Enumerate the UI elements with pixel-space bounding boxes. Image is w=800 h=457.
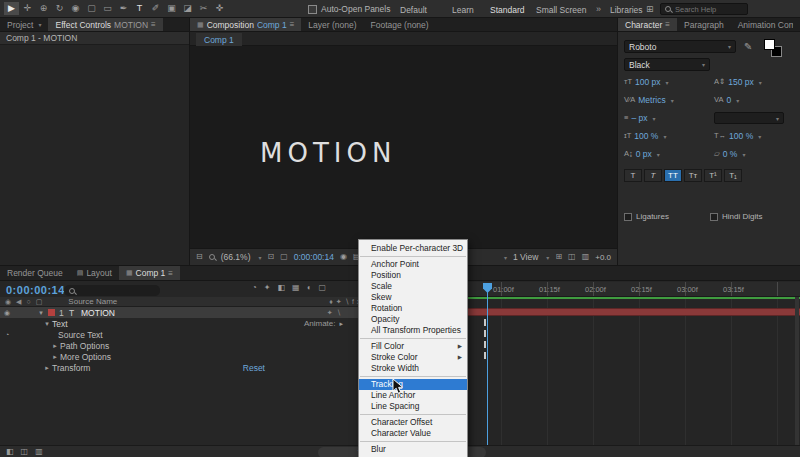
workspace-default[interactable]: Default <box>400 5 427 15</box>
horizontal-scale-control[interactable]: T↔ 100 % ▾ <box>714 131 761 141</box>
frame-blending-icon[interactable]: ▦ <box>292 284 300 292</box>
tab-composition[interactable]: ▦ Composition Comp 1 ≡ <box>190 18 301 31</box>
menu-item-line-anchor[interactable]: Line Anchor <box>359 390 467 401</box>
chevron-down-icon[interactable]: ▾ <box>671 97 674 104</box>
stroke-width-value[interactable]: – px <box>631 113 647 123</box>
playhead-line[interactable] <box>487 283 488 445</box>
leading-control[interactable]: A⇕ 150 px ▾ <box>714 77 762 87</box>
baseline-shift-value[interactable]: 0 px <box>636 149 652 159</box>
zoom-out-mini-icon[interactable]: ◫ <box>21 448 29 456</box>
timeline-search-input[interactable] <box>79 286 149 295</box>
kerning-control[interactable]: V⁄A Metrics ▾ <box>624 95 674 105</box>
transform-reset-button[interactable]: Reset <box>243 363 265 373</box>
puppet-pin-tool-icon[interactable]: ✜ <box>212 4 227 13</box>
layer-name[interactable]: MOTION <box>81 308 115 318</box>
menu-item-opacity[interactable]: Opacity <box>359 314 467 325</box>
graph-editor-icon[interactable]: ▢ <box>319 284 327 292</box>
brush-tool-icon[interactable]: ✐ <box>148 4 163 13</box>
workspace-standard[interactable]: Standard <box>490 5 525 15</box>
view-layout-select[interactable]: 1 View <box>513 252 538 262</box>
comp-viewer-canvas[interactable]: MOTION <box>190 46 617 248</box>
chevron-down-icon[interactable]: ▾ <box>546 254 549 261</box>
chevron-down-icon[interactable]: ▾ <box>742 151 745 158</box>
keyframe-grid-area[interactable] <box>455 297 800 445</box>
source-text-label[interactable]: Source Text <box>58 330 103 340</box>
layer-duration-bar[interactable] <box>455 308 800 316</box>
baseline-shift-control[interactable]: A↨ 0 px ▾ <box>624 149 660 159</box>
zoom-level[interactable]: (66.1%) <box>221 252 251 262</box>
chevron-down-icon[interactable]: ▾ <box>657 151 660 158</box>
tab-project[interactable]: Project ▾ <box>0 18 48 31</box>
panel-menu-icon[interactable]: ≡ <box>665 20 670 29</box>
twirl-open-icon[interactable]: ▾ <box>36 309 46 317</box>
workspace-libraries[interactable]: Libraries <box>610 5 643 15</box>
twirl-closed-icon[interactable]: ▸ <box>50 342 60 350</box>
keyframe-marker[interactable] <box>484 352 486 359</box>
more-options-label[interactable]: More Options <box>60 352 111 362</box>
kerning-value[interactable]: Metrics <box>638 95 665 105</box>
time-ruler[interactable]: 01:00f 01:15f 02:00f 02:15f 03:00f 03:15… <box>455 282 800 297</box>
tab-character[interactable]: Character ≡ <box>618 18 677 31</box>
tab-footage[interactable]: Footage (none) <box>364 18 436 31</box>
checkbox-icon[interactable] <box>624 213 632 221</box>
ligatures-checkbox[interactable]: Ligatures <box>624 212 669 221</box>
menu-item-character-offset[interactable]: Character Offset <box>359 417 467 428</box>
timeline-ruler-icon[interactable]: ▥ <box>582 253 590 261</box>
canvas-text-layer[interactable]: MOTION <box>260 138 396 168</box>
eyedropper-icon[interactable]: ✎ <box>744 42 752 52</box>
eraser-tool-icon[interactable]: ◪ <box>180 4 195 13</box>
all-caps-button[interactable]: TT <box>664 169 682 182</box>
checkbox-icon[interactable] <box>710 213 718 221</box>
vertical-scale-control[interactable]: ɪT 100 % ▾ <box>624 131 666 141</box>
selection-tool-icon[interactable]: ▶ <box>4 2 19 15</box>
rotation-tool-icon[interactable]: ↻ <box>52 4 67 13</box>
stopwatch-icon[interactable]: ◔ <box>0 331 14 338</box>
small-caps-button[interactable]: Tᴛ <box>684 169 702 182</box>
menu-item-skew[interactable]: Skew <box>359 292 467 303</box>
workspace-small-screen[interactable]: Small Screen <box>536 5 587 15</box>
text-group-label[interactable]: Text <box>52 319 68 329</box>
chevron-down-icon[interactable]: ▾ <box>666 79 669 86</box>
tab-effect-controls[interactable]: Effect Controls MOTION ≡ <box>48 18 162 31</box>
fill-color-swatch[interactable] <box>764 39 775 50</box>
subscript-button[interactable]: T₁ <box>724 169 742 182</box>
superscript-button[interactable]: T¹ <box>704 169 722 182</box>
hide-shy-layers-icon[interactable]: ◧ <box>278 284 286 292</box>
menu-item-all-transform[interactable]: All Transform Properties <box>359 325 467 336</box>
keyframe-marker[interactable] <box>484 330 486 337</box>
keyframe-marker[interactable] <box>484 319 486 326</box>
vertical-scale-value[interactable]: 100 % <box>634 131 658 141</box>
label-color-chip[interactable] <box>48 309 55 316</box>
pen-tool-icon[interactable]: ✒ <box>116 4 131 13</box>
menu-item-rotation[interactable]: Rotation <box>359 303 467 314</box>
menu-item-stroke-width[interactable]: Stroke Width <box>359 363 467 374</box>
eye-icon[interactable]: ◉ <box>0 309 14 316</box>
font-size-value[interactable]: 100 px <box>635 77 661 87</box>
menu-item-anchor-point[interactable]: Anchor Point <box>359 259 467 270</box>
font-style-select[interactable]: Black ▾ <box>624 58 710 71</box>
expand-layers-icon[interactable]: ◧ <box>6 448 14 456</box>
twirl-closed-icon[interactable]: ▸ <box>42 364 52 372</box>
timeline-search-box[interactable] <box>64 285 160 296</box>
hindi-digits-checkbox[interactable]: Hindi Digits <box>710 212 762 221</box>
roto-brush-tool-icon[interactable]: ✂ <box>196 4 211 13</box>
panel-menu-icon[interactable]: ≡ <box>290 20 295 29</box>
panel-menu-icon[interactable]: ≡ <box>151 20 156 29</box>
source-name-header[interactable]: Source Name <box>68 297 117 306</box>
timeline-options-icon[interactable]: ▥ <box>35 448 43 456</box>
auto-open-panels-toggle[interactable]: Auto-Open Panels <box>308 0 390 18</box>
transform-label[interactable]: Transform <box>52 363 90 373</box>
menu-item-position[interactable]: Position <box>359 270 467 281</box>
mask-visibility-icon[interactable]: ▢ <box>280 253 288 261</box>
chevron-down-icon[interactable]: ▾ <box>758 133 761 140</box>
tracking-control[interactable]: VA 0 ▾ <box>714 95 739 105</box>
pixel-aspect-icon[interactable]: ⊞ <box>555 253 562 261</box>
comp-current-time[interactable]: 0:00:00:14 <box>294 252 334 262</box>
timeline-scrollbar[interactable] <box>795 297 799 445</box>
grid-guides-icon[interactable]: ⊡ <box>267 253 274 261</box>
fast-previews-icon[interactable]: ◫ <box>568 253 576 261</box>
tab-animation-composer[interactable]: Animation Compos <box>731 18 793 31</box>
composition-mini-flowchart-icon[interactable]: ◔ <box>252 284 257 292</box>
twirl-closed-icon[interactable]: ▸ <box>50 353 60 361</box>
chevron-down-icon[interactable]: ▾ <box>663 133 666 140</box>
